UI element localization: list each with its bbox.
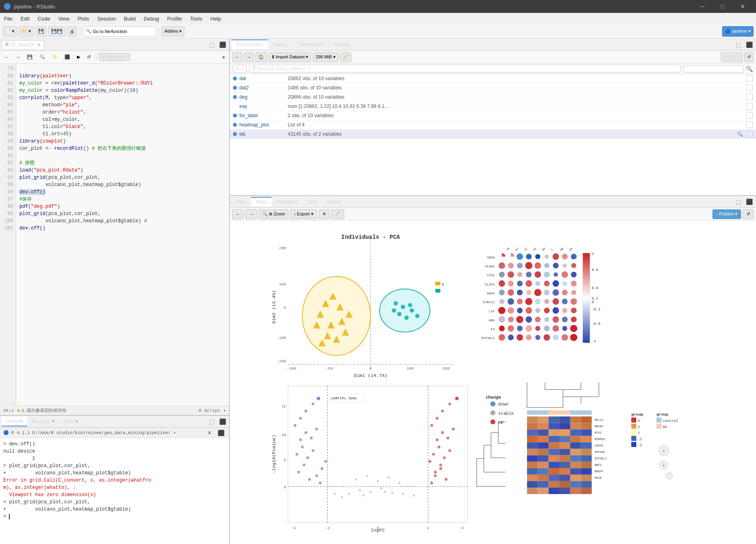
terminal-close[interactable]: ✕ [51,419,55,424]
environment-tab[interactable]: Environment [231,39,268,49]
env-row-deg[interactable]: deg 20866 obs. of 10 variables [230,93,756,102]
broom-btn[interactable]: 🧹 [340,52,351,62]
tutorial-tab[interactable]: Tutorial [329,40,355,49]
env-forward-btn[interactable]: → [244,52,254,62]
plot-forward-btn[interactable]: → [245,209,257,219]
plot-refresh-btn[interactable]: ↺ [743,209,754,219]
history-tab[interactable]: History [268,40,293,49]
viewer-tab[interactable]: Viewer [322,197,346,206]
editor-tab-plots[interactable]: R 05_plots.R* ✕ [2,40,44,49]
env-maximize-btn[interactable]: ⬛ [744,41,754,49]
code-editor[interactable]: 7980818283848586878889909192939495969798… [0,64,229,405]
env-row-heatmap[interactable]: heatmap_plot List of 4 [230,120,756,130]
import-dataset-btn[interactable]: ⬇ Import Dataset ▾ [268,52,311,62]
help-tab[interactable]: Help [303,197,322,206]
r-selector[interactable]: R ▾ [233,65,247,72]
menu-build[interactable]: Build [120,13,140,24]
editor-maximize-btn[interactable]: ⬛ [218,41,228,49]
menu-help[interactable]: Help [206,13,225,24]
menu-view[interactable]: View [54,13,73,24]
dat-checkbox[interactable] [746,75,753,82]
menu-plots[interactable]: Plots [73,13,93,24]
console-tab[interactable]: Console [2,417,27,426]
ids-search-icon[interactable]: 🔍 [737,131,743,137]
menu-edit[interactable]: Edit [17,13,33,24]
env-home-btn[interactable]: 🏠 [255,52,267,62]
svg-rect-299 [548,475,559,481]
dat2-checkbox[interactable] [746,85,753,91]
console-content[interactable]: > dev.off() null device 1 > plot_grid(pc… [0,438,229,544]
re-run-btn[interactable]: ↺ [84,52,93,62]
console-minimize-btn[interactable]: ⬚ [208,418,216,426]
plot-delete-btn[interactable]: ✕ [319,209,330,219]
for-label-checkbox[interactable] [746,112,753,119]
maximize-button[interactable]: □ [713,0,732,13]
menu-file[interactable]: File [0,13,17,24]
stop-btn[interactable]: ⬛ [62,52,73,62]
pipeline-button[interactable]: 🔵 pipeline ▾ [722,26,754,37]
save-button[interactable]: 💾 [35,26,47,37]
run-btn[interactable]: ▶ [74,52,83,62]
env-row-exp[interactable]: exp num [1:20862, 1:22] 10.4 10.92 6.39 … [230,102,756,111]
plots-tab[interactable]: Plots [251,197,272,207]
menu-code[interactable]: Code [33,13,54,24]
env-toolbar-left: ← → 🏠 ⬇ Import Dataset ▾ 296 MiB ▾ 🧹 [232,52,351,62]
menu-tools[interactable]: Tools [186,13,206,24]
memory-btn[interactable]: 296 MiB ▾ [313,52,338,62]
editor-minimize-btn[interactable]: ⬚ [208,41,216,49]
search-btn[interactable]: 🔍 [37,52,48,62]
publish-btn[interactable]: ↑ Publish ▾ [712,209,741,219]
console-maximize-btn[interactable]: ⬛ [218,418,228,426]
ids-checkbox[interactable] [746,131,753,137]
env-back-btn[interactable]: ← [232,52,242,62]
close-button[interactable]: ✕ [733,0,752,13]
forward-btn[interactable]: → [13,52,23,62]
jobs-close[interactable]: ✕ [75,419,79,424]
exp-checkbox[interactable] [746,103,753,110]
env-search-icon[interactable]: 🔍 [746,66,753,72]
addins-button[interactable]: Addins ▾ [162,26,185,37]
save-all-button[interactable]: 💾💾 [48,26,65,37]
menu-debug[interactable]: Debug [139,13,163,24]
menu-profile[interactable]: Profile [163,13,186,24]
print-button[interactable]: 🖨 [67,26,77,37]
files-tab[interactable]: Files [231,197,251,206]
back-btn[interactable]: ← [2,52,12,62]
go-to-function-button[interactable]: 🔍 Go to file/function [83,26,156,37]
zoom-btn[interactable]: 🔍 ⊕ Zoom [259,209,289,219]
packages-tab[interactable]: Packages [272,197,303,206]
plot-broom-btn[interactable]: 🧹 [331,209,344,219]
magic-btn[interactable]: ✨ [49,52,60,62]
source-button[interactable]: ▶ Source ▾ [99,53,130,61]
deg-checkbox[interactable] [746,94,753,100]
menu-session[interactable]: Session [93,13,120,24]
terminal-tab[interactable]: Terminal ✕ [27,417,59,426]
script-dropdown[interactable]: ▾ [223,408,226,413]
heatmap-checkbox[interactable] [746,122,753,128]
plot-back-btn[interactable]: ← [232,209,244,219]
plots-maximize-btn[interactable]: ⬛ [744,198,754,206]
export-btn[interactable]: ↑ Export ▾ [290,209,317,219]
code-content[interactable]: library(paletteer) my_color = rev(palett… [16,64,229,405]
console-clear-btn[interactable]: ✕ [206,429,214,437]
minimize-button[interactable]: ─ [693,0,712,13]
env-row-for-label[interactable]: for_label 2 obs. of 10 variables [230,111,756,120]
jobs-tab[interactable]: Jobs ✕ [59,417,82,426]
env-row-dat[interactable]: dat 20862 obs. of 10 variables [230,74,756,83]
outline-btn[interactable]: ≡ [220,52,228,62]
connections-tab[interactable]: Connections [293,40,330,49]
env-search-input[interactable] [683,65,744,72]
new-file-button[interactable]: 📄 ▾ [2,26,17,37]
open-file-button[interactable]: 📁 ▾ [19,26,34,37]
env-row-dat2[interactable]: dat2 1486 obs. of 10 variables [230,83,756,93]
env-row-ids[interactable]: ids 43145 obs. of 2 variables 🔍 [230,130,756,139]
list-view-btn[interactable]: List ▾ [721,52,743,62]
console-max-btn[interactable]: ⬛ [216,429,226,437]
dir-link-icon[interactable]: ↗ [173,430,176,435]
global-env-selector[interactable]: 🗄 Global Environment ▾ [249,65,681,72]
save-script-btn[interactable]: 💾 [24,52,35,62]
env-refresh-btn[interactable]: ↺ [744,52,754,62]
editor-tab-close[interactable]: ✕ [37,42,41,48]
plots-minimize-btn[interactable]: ⬚ [734,198,743,206]
env-minimize-btn[interactable]: ⬚ [734,41,743,49]
